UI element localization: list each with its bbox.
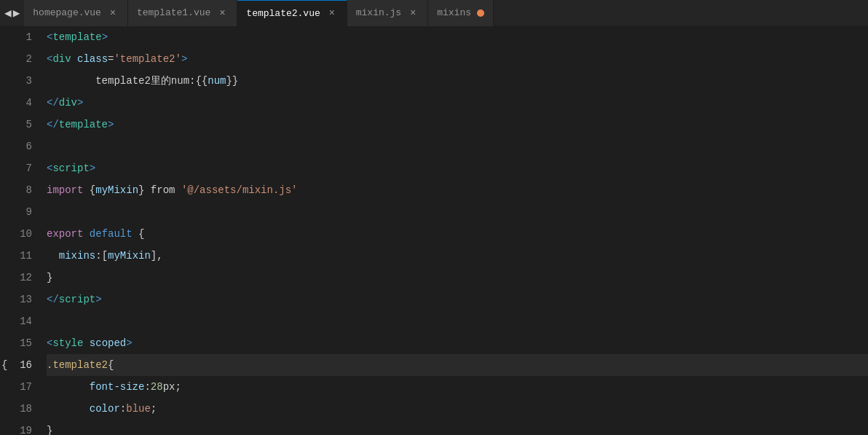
code-line-9 (47, 201, 868, 223)
code-line-7: <script> (47, 157, 868, 179)
code-line-14 (47, 310, 868, 332)
line-num-14: 14 (17, 310, 32, 332)
tab-mixins[interactable]: mixins (428, 0, 494, 26)
code-line-4: </div> (47, 92, 868, 114)
line-num-11: 11 (17, 245, 32, 267)
code-line-8: import {myMixin} from '@/assets/mixin.js… (47, 179, 868, 201)
line-num-16: 16 (17, 354, 32, 376)
line-num-15: 15 (17, 332, 32, 354)
line-num-2: 2 (17, 48, 32, 70)
code-area: <template> <div class='template2'> templ… (44, 26, 868, 435)
code-line-18: color:blue; (47, 398, 868, 420)
line-numbers: 1 2 3 4 5 6 7 8 9 10 11 12 13 14 15 16 1… (10, 26, 44, 435)
code-line-15: <style scoped> (47, 332, 868, 354)
tab-bar: ◀ ▶ homepage.vue × template1.vue × templ… (0, 0, 868, 26)
code-line-1: <template> (47, 26, 868, 48)
editor: { 1 2 3 4 5 6 7 8 9 10 11 12 13 14 (0, 26, 868, 435)
tab-homepage-close[interactable]: × (107, 7, 119, 19)
line-num-4: 4 (17, 92, 32, 114)
nav-arrows[interactable]: ◀ ▶ (0, 6, 24, 20)
line-num-9: 9 (17, 201, 32, 223)
code-line-6 (47, 136, 868, 157)
nav-left-arrow[interactable]: ◀ (4, 6, 12, 20)
line-num-7: 7 (17, 157, 32, 179)
tab-mixins-label: mixins (437, 7, 471, 18)
tab-template2-close[interactable]: × (326, 7, 338, 19)
line-num-8: 8 (17, 179, 32, 201)
tab-homepage[interactable]: homepage.vue × (24, 0, 128, 26)
code-line-5: </template> (47, 114, 868, 136)
code-line-16: .template2{ (47, 354, 868, 376)
tab-template1-close[interactable]: × (216, 7, 228, 19)
line-num-17: 17 (17, 376, 32, 398)
tab-mixin-js-label: mixin.js (356, 7, 401, 18)
code-line-12: } (47, 267, 868, 289)
line-num-19: 19 (17, 420, 32, 435)
tab-template1-label: template1.vue (137, 7, 210, 18)
line-num-18: 18 (17, 398, 32, 420)
code-line-13: </script> (47, 289, 868, 310)
nav-right-arrow[interactable]: ▶ (13, 6, 20, 20)
line-num-5: 5 (17, 114, 32, 136)
line-num-13: 13 (17, 289, 32, 310)
tab-mixin-js[interactable]: mixin.js × (347, 0, 428, 26)
code-line-19: } (47, 420, 868, 435)
line-num-6: 6 (17, 136, 32, 157)
tab-template2-label: template2.vue (246, 8, 320, 19)
code-line-2: <div class='template2'> (47, 48, 868, 70)
code-line-10: export default { (47, 223, 868, 245)
tab-template1[interactable]: template1.vue × (128, 0, 237, 26)
line-num-1: 1 (17, 26, 32, 48)
tab-template2[interactable]: template2.vue × (237, 0, 347, 26)
code-line-11: mixins:[myMixin], (47, 245, 868, 267)
line-num-3: 3 (17, 70, 32, 92)
line-num-10: 10 (17, 223, 32, 245)
tab-mixins-dot (477, 9, 484, 17)
line-num-12: 12 (17, 267, 32, 289)
tab-mixin-js-close[interactable]: × (407, 7, 419, 19)
code-line-17: font-size:28px; (47, 376, 868, 398)
tab-homepage-label: homepage.vue (33, 7, 101, 18)
code-line-3: template2里的num:{{num}} (47, 70, 868, 92)
